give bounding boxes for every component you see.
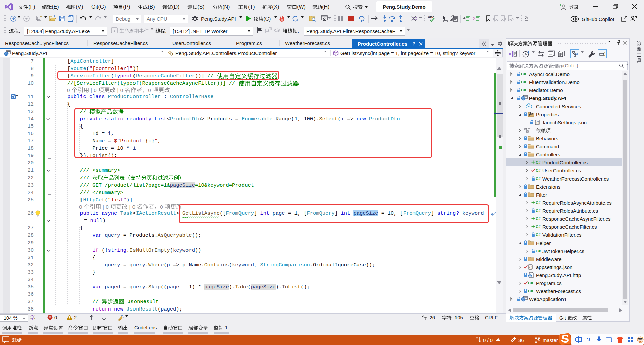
svg-text:{}: {}: [529, 266, 533, 269]
svg-text:2: 2: [473, 16, 476, 21]
svg-text:abc: abc: [428, 15, 434, 19]
svg-text:{}: {}: [536, 121, 540, 125]
